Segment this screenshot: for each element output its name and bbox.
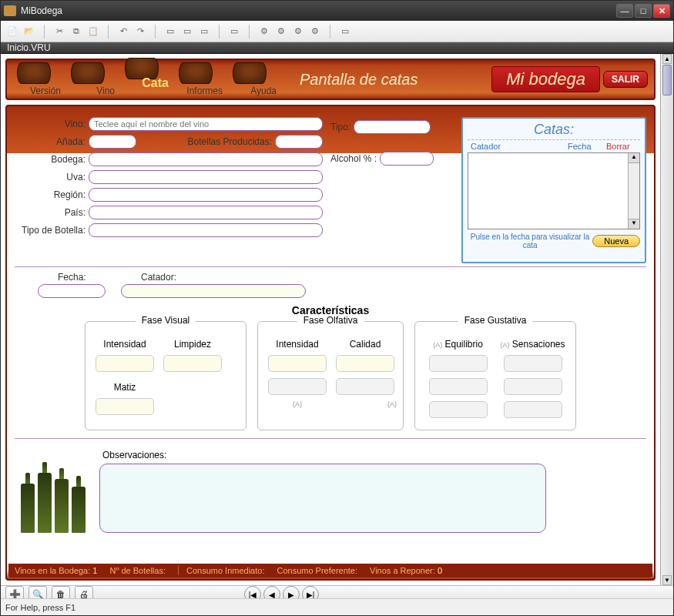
fecha-input[interactable] bbox=[38, 284, 106, 298]
next-record-button[interactable]: ▶ bbox=[283, 586, 300, 598]
tipo-botella-input[interactable] bbox=[89, 223, 323, 237]
cut-icon[interactable]: ✂ bbox=[52, 25, 66, 38]
scroll-down-icon[interactable]: ▼ bbox=[662, 575, 672, 585]
catador-label: Catador: bbox=[141, 272, 176, 283]
prev-record-button[interactable]: ◀ bbox=[263, 586, 280, 598]
olf-intensidad-input[interactable] bbox=[268, 355, 327, 372]
pais-label: País: bbox=[15, 207, 86, 218]
gust-eq-1[interactable] bbox=[429, 355, 488, 372]
tab-vino[interactable]: Vino bbox=[61, 62, 115, 96]
observaciones-label: Observaciones: bbox=[102, 450, 646, 460]
fase-olfativa-title: Fase Olfativa bbox=[297, 315, 364, 326]
scroll-up-icon[interactable]: ▲ bbox=[662, 54, 672, 64]
undo-icon[interactable]: ↶ bbox=[116, 25, 130, 38]
tool7-icon[interactable]: ⚙ bbox=[291, 25, 305, 38]
tab-informes[interactable]: Informes bbox=[169, 62, 223, 96]
main-toolbar: 📄 📂 ✂ ⧉ 📋 ↶ ↷ ▭ ▭ ▭ ▭ ⚙ ⚙ ⚙ ⚙ bbox=[1, 21, 673, 42]
paste-icon[interactable]: 📋 bbox=[86, 25, 100, 38]
open-icon[interactable]: 📂 bbox=[22, 25, 36, 38]
close-button[interactable]: ✕ bbox=[653, 4, 670, 18]
tool9-icon[interactable]: ▭ bbox=[338, 25, 352, 38]
tool1-icon[interactable]: ▭ bbox=[163, 25, 177, 38]
minimize-button[interactable]: — bbox=[616, 4, 633, 18]
vertical-scrollbar[interactable]: ▲ ▼ bbox=[660, 54, 673, 585]
first-record-button[interactable]: |◀ bbox=[244, 586, 261, 598]
anada-input[interactable] bbox=[89, 135, 136, 149]
statusbar: For Help, press F1 bbox=[1, 598, 673, 615]
document-area: Inicio.VRU Versión Vino Cata Informes Ay… bbox=[1, 42, 673, 598]
bodega-input[interactable] bbox=[89, 152, 323, 166]
catas-panel: Catas: Catador Fecha Borrar ▲ ▼ bbox=[461, 117, 646, 263]
alcohol-input[interactable] bbox=[380, 152, 434, 166]
region-input[interactable] bbox=[89, 188, 323, 202]
uva-input[interactable] bbox=[89, 170, 323, 184]
botellas-input[interactable] bbox=[275, 135, 323, 149]
tab-ayuda[interactable]: Ayuda bbox=[223, 62, 277, 96]
catas-list[interactable]: ▲ ▼ bbox=[468, 152, 640, 229]
add-icon[interactable]: ➕ bbox=[5, 586, 24, 598]
olf-slot4[interactable] bbox=[336, 378, 394, 395]
tool8-icon[interactable]: ⚙ bbox=[308, 25, 322, 38]
tool2-icon[interactable]: ▭ bbox=[180, 25, 194, 38]
maximize-button[interactable]: □ bbox=[635, 4, 652, 18]
pais-input[interactable] bbox=[89, 206, 323, 219]
olf-calidad-input[interactable] bbox=[336, 355, 394, 372]
bottles-decoration bbox=[19, 456, 93, 533]
fase-olfativa-group: Fase Olfativa Intensidad (A) Calidad bbox=[257, 321, 404, 430]
scroll-down-icon[interactable]: ▼ bbox=[629, 219, 639, 229]
salir-button[interactable]: SALIR bbox=[603, 71, 648, 88]
nueva-button[interactable]: Nueva bbox=[592, 235, 640, 247]
gust-sen-3[interactable] bbox=[504, 401, 562, 418]
intensidad-label: Intensidad bbox=[93, 339, 156, 350]
fecha-label: Fecha: bbox=[58, 272, 86, 283]
last-record-button[interactable]: ▶| bbox=[302, 586, 319, 598]
scroll-thumb[interactable] bbox=[662, 65, 672, 95]
divider-2 bbox=[15, 438, 646, 439]
gust-sen-2[interactable] bbox=[504, 378, 562, 395]
visual-intensidad-input[interactable] bbox=[96, 355, 154, 372]
fase-gustativa-group: Fase Gustativa (A) Equilibrio (A) Sensac… bbox=[414, 321, 576, 430]
olf-intensidad-label: Intensidad bbox=[266, 339, 329, 350]
vino-label: Vino: bbox=[15, 119, 86, 129]
catas-scrollbar[interactable]: ▲ ▼ bbox=[628, 153, 639, 229]
brand-badge: Mi bodega bbox=[491, 66, 600, 92]
visual-limpidez-input[interactable] bbox=[163, 355, 222, 372]
redo-icon[interactable]: ↷ bbox=[133, 25, 147, 38]
catas-col-catador: Catador bbox=[471, 142, 568, 151]
catador-input[interactable] bbox=[121, 284, 306, 298]
delete-icon[interactable]: 🗑 bbox=[52, 586, 70, 598]
observaciones-input[interactable] bbox=[99, 464, 546, 533]
gust-sensaciones-label: Sensaciones bbox=[512, 339, 565, 350]
bottom-toolbar: ➕ 🔍 🗑 🖨 |◀ ◀ ▶ ▶| bbox=[1, 585, 673, 598]
status-strip: Vinos en la Bodega: 1 Nº de Botellas: Co… bbox=[8, 564, 652, 578]
bodega-label: Bodega: bbox=[15, 154, 86, 165]
app-window: MiBodega — □ ✕ 📄 📂 ✂ ⧉ 📋 ↶ ↷ ▭ ▭ ▭ bbox=[0, 0, 674, 616]
new-icon[interactable]: 📄 bbox=[5, 25, 19, 38]
tipo-input[interactable] bbox=[354, 120, 431, 134]
region-label: Región: bbox=[15, 189, 86, 200]
gust-eq-2[interactable] bbox=[429, 378, 488, 395]
copy-icon[interactable]: ⧉ bbox=[69, 25, 83, 38]
gust-eq-3[interactable] bbox=[429, 401, 488, 418]
app-title: MiBodega bbox=[21, 5, 616, 16]
app-icon bbox=[4, 5, 16, 16]
main-panel: Versión Vino Cata Informes Ayuda Pantall… bbox=[1, 54, 660, 585]
vino-input[interactable] bbox=[89, 117, 323, 131]
tool6-icon[interactable]: ⚙ bbox=[274, 25, 288, 38]
visual-matiz-input[interactable] bbox=[96, 398, 154, 415]
document-title: Inicio.VRU bbox=[1, 42, 673, 54]
search-icon[interactable]: 🔍 bbox=[29, 586, 47, 598]
tipo-botella-label: Tipo de Botella: bbox=[15, 225, 86, 236]
tab-cata[interactable]: Cata bbox=[115, 58, 169, 95]
catas-col-borrar: Borrar bbox=[606, 142, 637, 151]
olf-slot2[interactable] bbox=[268, 378, 327, 395]
fase-visual-group: Fase Visual Intensidad Matiz Limpidez bbox=[85, 321, 246, 430]
tool5-icon[interactable]: ⚙ bbox=[257, 25, 271, 38]
tool3-icon[interactable]: ▭ bbox=[197, 25, 211, 38]
header-band: Versión Vino Cata Informes Ayuda Pantall… bbox=[5, 59, 656, 100]
tool4-icon[interactable]: ▭ bbox=[227, 25, 241, 38]
gust-sen-1[interactable] bbox=[504, 355, 562, 372]
tab-version[interactable]: Versión bbox=[7, 62, 61, 96]
scroll-up-icon[interactable]: ▲ bbox=[629, 153, 639, 163]
print-icon[interactable]: 🖨 bbox=[75, 586, 93, 598]
